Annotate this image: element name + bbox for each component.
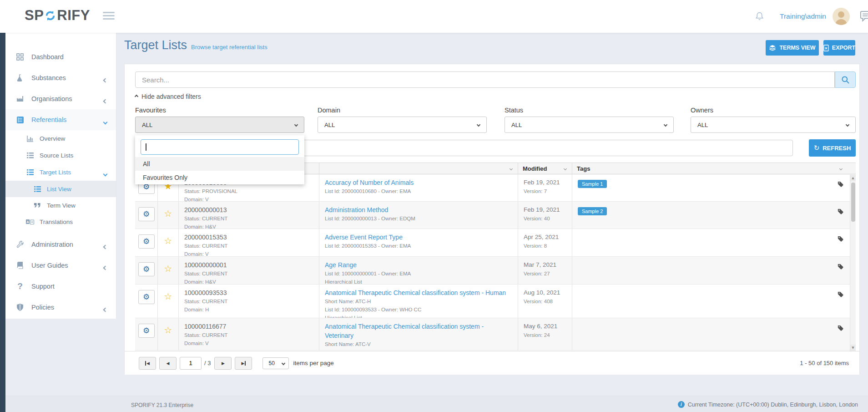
favourites-select[interactable]: ALL [135,117,304,133]
user-menu[interactable]: Training\admin [780,12,826,20]
page-number-input[interactable] [180,357,202,370]
terms-view-button[interactable]: TERMS VIEW [766,40,819,56]
scrollbar-thumb[interactable] [851,183,855,222]
quotes-icon [33,203,42,208]
tag-icon[interactable] [837,181,844,188]
tag-badge: Sample 1 [578,180,607,188]
domain-select[interactable]: ALL [318,117,487,133]
list-name-link[interactable]: Adverse Event Report Type [325,233,403,242]
sidebar-item-support[interactable]: ? Support [5,276,116,297]
previous-page-button[interactable]: ◀ [159,357,177,370]
layers-icon [769,45,776,51]
favourite-star-icon[interactable]: ☆ [164,236,172,256]
chevron-down-icon [103,172,108,177]
timezone-label: Current Timezone: (UTC+00:00) Dublin, Ed… [688,402,858,408]
sidebar-item-user-guides[interactable]: User Guides [5,255,116,276]
favourite-star-icon[interactable]: ★ [164,182,172,201]
search-input[interactable] [135,71,835,88]
sort-chevron-icon[interactable] [510,167,513,170]
list-domain: Domain: V [184,339,313,347]
list-name-link[interactable]: Administration Method [325,205,388,214]
table-row: ⚙ ☆ 100000116677 Status: CURRENT Domain:… [135,318,856,351]
sidebar-item-source-lists[interactable]: Source Lists [5,147,116,164]
status-select[interactable]: ALL [505,117,674,133]
list-name-link[interactable]: Age Range [325,260,357,270]
sidebar-label: Administration [31,241,73,248]
chevron-left-icon [103,78,108,83]
sort-chevron-icon[interactable] [564,167,567,170]
row-actions-button[interactable]: ⚙ [138,324,155,338]
avatar[interactable] [833,8,850,25]
sidebar-item-dashboard[interactable]: Dashboard [5,46,116,67]
row-actions-button[interactable]: ⚙ [138,262,155,276]
favourite-star-icon[interactable]: ☆ [164,209,172,229]
tag-icon[interactable] [837,263,844,270]
tags-column-header[interactable]: Tags [572,163,856,174]
tag-badge: Sample 2 [578,207,607,215]
menu-toggle-icon[interactable] [103,12,115,21]
gear-icon: ⚙ [143,238,150,245]
items-per-page-select[interactable]: 50 [262,357,289,369]
sidebar-item-substances[interactable]: Substances [5,67,116,88]
version: Version: 8 [524,242,566,250]
sidebar-label: Target Lists [40,169,71,176]
sidebar-item-term-view[interactable]: Term View [5,197,116,214]
sidebar-item-target-lists[interactable]: Target Lists [5,164,116,181]
list-detail: Hierarchical List [325,278,512,284]
sidebar-item-overview[interactable]: Overview [5,130,116,147]
notifications-bell-icon[interactable] [755,11,764,21]
hide-advanced-filters-toggle[interactable]: Hide advanced filters [135,93,201,100]
flask-icon [15,74,25,81]
favourite-star-icon[interactable]: ☆ [164,326,172,350]
referentials-book-icon [15,117,25,123]
favourite-star-icon[interactable]: ☆ [164,292,172,318]
list-name-link[interactable]: Anatomical Therapeutic Chemical classifi… [325,288,506,297]
list-name-link[interactable]: Accuracy of Number of Animals [325,178,414,187]
name-column-header[interactable] [319,163,518,174]
modified-date: Feb 19, 2021 [524,178,566,187]
owners-select[interactable]: ALL [691,117,856,133]
sidebar-item-list-view[interactable]: List View [5,181,116,197]
modified-column-header[interactable]: Modified [518,163,572,174]
export-button[interactable]: EXPORT [823,40,855,56]
sidebar-item-translations[interactable]: A Translations [5,214,116,230]
wrench-icon [15,241,25,248]
sidebar-item-referentials[interactable]: Referentials [5,109,116,130]
row-actions-button[interactable]: ⚙ [138,290,155,304]
next-page-button[interactable]: ▶ [214,357,232,370]
last-page-button[interactable]: ▶ [235,357,252,370]
list-id: 100000093533 [184,288,313,297]
table-scrollbar[interactable]: ▲ ▼ [850,175,856,351]
row-actions-button[interactable]: ⚙ [138,234,155,249]
sidebar-item-organisations[interactable]: Organisations [5,88,116,109]
dropdown-search-input[interactable] [141,139,299,155]
list-id: 200000015353 [184,233,313,242]
search-button[interactable] [835,71,856,88]
favourite-star-icon[interactable]: ☆ [164,264,172,284]
scroll-up-icon[interactable]: ▲ [850,175,856,181]
triangle-left-icon: ◀ [146,361,150,366]
sidebar-item-policies[interactable]: Policies [5,297,116,318]
list-name-link[interactable]: Anatomical Therapeutic Chemical classifi… [325,322,512,340]
modified-date: May 6, 2021 [524,322,566,331]
first-page-button[interactable]: ◀ [139,357,156,370]
sidebar-item-administration[interactable]: Administration [5,234,116,255]
feedback-chat-icon[interactable] [860,11,868,22]
sort-chevron-icon[interactable] [839,167,843,170]
tag-icon[interactable] [837,291,844,298]
triangle-left-icon: ◀ [167,361,170,366]
refresh-button[interactable]: ↻ REFRESH [809,139,856,157]
row-actions-button[interactable]: ⚙ [138,207,155,221]
sidebar: Dashboard Substances Organisations [5,33,116,319]
sidebar-label: Policies [31,304,54,311]
tag-icon[interactable] [837,208,844,215]
scroll-down-icon[interactable]: ▼ [850,345,856,351]
list-detail: List Id: 100000000001 - Owner: EMA [325,270,512,278]
dropdown-option-favourites-only[interactable]: Favourites Only [135,171,304,184]
dropdown-option-all[interactable]: All [135,157,304,171]
sidebar-label: Term View [47,202,76,209]
tag-icon[interactable] [837,235,844,242]
sporify-logo[interactable]: SP RIFY [25,7,90,24]
tag-icon[interactable] [837,325,844,331]
list-domain: Domain: V [184,195,313,201]
